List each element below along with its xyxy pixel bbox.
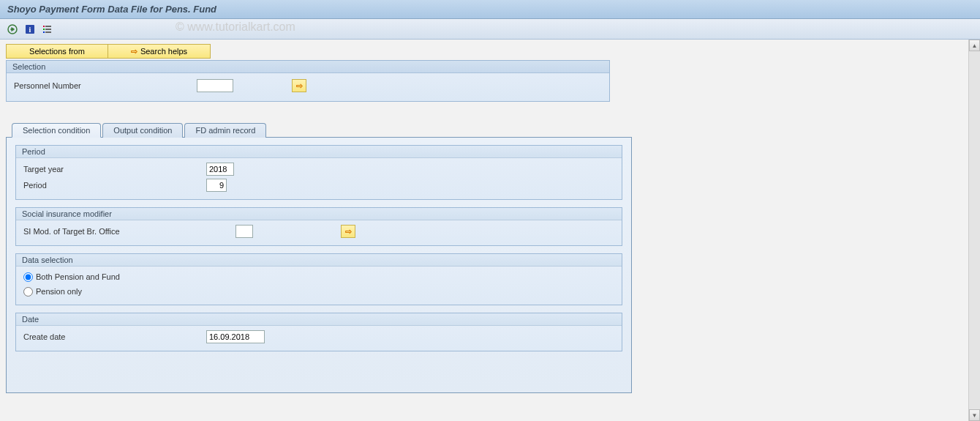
tab-label: Selection condition xyxy=(23,126,90,135)
svg-rect-9 xyxy=(45,31,51,33)
si-modifier-group: Social insurance modifier SI Mod. of Tar… xyxy=(15,207,622,246)
execute-icon[interactable] xyxy=(6,23,19,36)
radio-both-label: Both Pension and Fund xyxy=(36,272,120,281)
svg-rect-5 xyxy=(45,26,51,27)
date-group-header: Date xyxy=(16,313,622,326)
content-area: Selections from ⇨ Search helps Selection… xyxy=(0,40,980,421)
period-group-header: Period xyxy=(16,146,622,158)
period-group: Period Target year Period xyxy=(15,145,622,200)
tab-label: Output condition xyxy=(113,126,172,135)
radio-pension-only-label: Pension only xyxy=(36,287,82,296)
create-date-input[interactable] xyxy=(206,330,265,343)
arrow-right-icon: ⇨ xyxy=(131,47,137,56)
radio-both[interactable] xyxy=(23,272,33,282)
selections-from-label: Selections from xyxy=(29,47,85,56)
arrow-right-icon: ⇨ xyxy=(296,81,303,91)
personnel-number-label: Personnel Number xyxy=(14,81,197,90)
watermark: © www.tutorialkart.com xyxy=(176,21,295,34)
tab-strip: Selection condition Output condition FD … xyxy=(12,122,974,137)
button-row: Selections from ⇨ Search helps xyxy=(6,44,974,59)
tab-selection-condition[interactable]: Selection condition xyxy=(12,123,101,138)
tab-fd-admin-record[interactable]: FD admin record xyxy=(184,123,266,138)
personnel-number-more-button[interactable]: ⇨ xyxy=(292,79,306,92)
scroll-up-icon[interactable]: ▲ xyxy=(969,40,980,51)
page-title: Shoyo Payment Form Data File for Pens. F… xyxy=(7,4,216,15)
svg-point-1 xyxy=(11,28,14,31)
svg-rect-6 xyxy=(43,29,45,30)
selection-group-header: Selection xyxy=(7,61,609,73)
si-mod-label: SI Mod. of Target Br. Office xyxy=(23,227,235,236)
personnel-number-input[interactable] xyxy=(197,79,233,92)
tab-label: FD admin record xyxy=(195,126,255,135)
target-year-input[interactable] xyxy=(206,163,234,176)
svg-text:i: i xyxy=(29,26,31,34)
date-group: Date Create date xyxy=(15,313,622,351)
svg-rect-7 xyxy=(45,29,51,30)
tab-panel: Period Target year Period Social insuran… xyxy=(6,137,632,393)
title-bar: Shoyo Payment Form Data File for Pens. F… xyxy=(0,0,980,19)
search-helps-button[interactable]: ⇨ Search helps xyxy=(108,44,211,59)
radio-pension-only[interactable] xyxy=(23,287,33,297)
svg-rect-8 xyxy=(43,31,45,33)
toolbar: i © www.tutorialkart.com xyxy=(0,19,980,40)
target-year-label: Target year xyxy=(23,165,206,174)
search-helps-label: Search helps xyxy=(140,47,187,56)
scroll-down-icon[interactable]: ▼ xyxy=(969,409,980,421)
si-mod-more-button[interactable]: ⇨ xyxy=(341,225,355,238)
si-modifier-header: Social insurance modifier xyxy=(16,208,622,220)
period-label: Period xyxy=(23,181,206,190)
selection-group: Selection Personnel Number ⇨ xyxy=(6,60,610,102)
info-icon[interactable]: i xyxy=(23,23,37,36)
selections-from-button[interactable]: Selections from xyxy=(6,44,108,59)
vertical-scrollbar[interactable]: ▲ ▼ xyxy=(968,40,980,421)
list-icon[interactable] xyxy=(41,23,54,36)
svg-rect-4 xyxy=(43,26,45,27)
data-selection-group: Data selection Both Pension and Fund Pen… xyxy=(15,253,622,305)
data-selection-header: Data selection xyxy=(16,254,622,267)
create-date-label: Create date xyxy=(23,332,206,341)
tab-output-condition[interactable]: Output condition xyxy=(102,123,183,138)
si-mod-input[interactable] xyxy=(235,225,253,238)
period-input[interactable] xyxy=(206,179,227,192)
arrow-right-icon: ⇨ xyxy=(345,227,352,236)
